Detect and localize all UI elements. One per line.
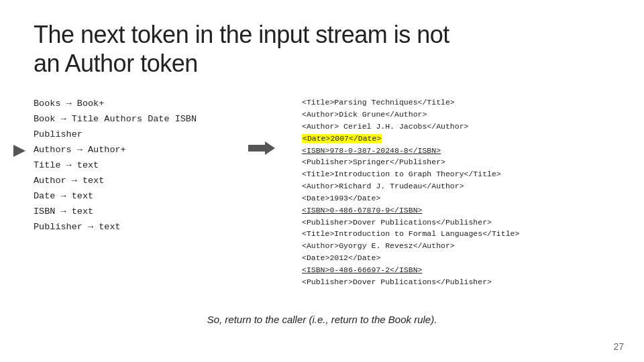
date-highlight: <Date>2007</Date> <box>302 134 382 143</box>
slide: The next token in the input stream is no… <box>0 0 644 362</box>
xml-line-14: <Date>2012</Date> <box>302 252 610 264</box>
xml-line-15: <ISBN>0-486-66697-2</ISBN> <box>302 264 610 276</box>
arrow-connector-area <box>248 100 275 288</box>
content-area: Books → Book+ Book → Title Authors Date … <box>34 97 610 288</box>
right-arrow-icon <box>248 141 275 158</box>
xml-line-7: <Title>Introduction to Graph Theory</Tit… <box>302 168 610 180</box>
footer-text: So, return to the caller (i.e., return t… <box>207 314 437 325</box>
xml-line-6: <Publisher>Springer</Publisher> <box>302 156 610 168</box>
xml-line-12: <Title>Introduction to Formal Languages<… <box>302 228 610 240</box>
grammar-line-3: Authors → Author+ <box>34 143 221 158</box>
slide-number: 27 <box>613 341 624 352</box>
slide-title: The next token in the input stream is no… <box>34 20 610 78</box>
xml-line-3: <Author> Ceriel J.H. Jacobs</Author> <box>302 121 610 133</box>
xml-line-9: <Date>1993</Date> <box>302 192 610 204</box>
xml-line-2: <Author>Dick Grune</Author> <box>302 109 610 121</box>
svg-marker-0 <box>248 141 275 155</box>
grammar-section: Books → Book+ Book → Title Authors Date … <box>34 97 221 288</box>
xml-line-13: <Author>Gyorgy E. Revesz</Author> <box>302 240 610 252</box>
grammar-lines: Books → Book+ Book → Title Authors Date … <box>34 97 221 235</box>
title-line1: The next token in the input stream is no… <box>34 21 449 48</box>
grammar-line-1: Books → Book+ <box>34 97 221 112</box>
arrow-icon <box>13 145 25 157</box>
xml-line-1: <Title>Parsing Techniques</Title> <box>302 97 610 109</box>
title-line2: an Author token <box>34 50 198 77</box>
grammar-line-5: Author → text <box>34 174 221 189</box>
xml-line-11: <Publisher>Dover Publications</Publisher… <box>302 217 610 229</box>
xml-line-16: <Publisher>Dover Publications</Publisher… <box>302 276 610 288</box>
grammar-line-6: Date → text <box>34 189 221 204</box>
grammar-line-2: Book → Title Authors Date ISBN Publisher <box>34 112 221 143</box>
xml-line-8: <Author>Richard J. Trudeau</Author> <box>302 180 610 192</box>
xml-line-10: <ISBN>0-486-67870-9</ISBN> <box>302 204 610 217</box>
grammar-line-4: Title → text <box>34 158 221 174</box>
xml-line-4: <Date>2007</Date> <box>302 133 610 145</box>
xml-section: <Title>Parsing Techniques</Title> <Autho… <box>302 97 610 288</box>
grammar-line-7: ISBN → text <box>34 204 221 220</box>
xml-line-5: <ISBN>978-0-387-20248-8</ISBN> <box>302 145 610 157</box>
grammar-line-8: Publisher → text <box>34 220 221 235</box>
